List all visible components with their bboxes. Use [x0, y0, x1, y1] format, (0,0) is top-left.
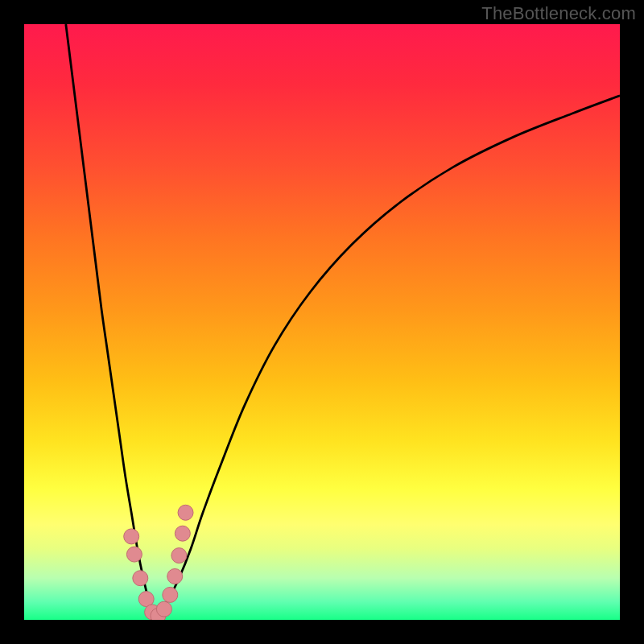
- bottleneck-markers: [124, 505, 193, 620]
- marker-dot: [163, 587, 178, 602]
- curve-right-branch: [155, 96, 620, 620]
- marker-dot: [178, 505, 193, 520]
- marker-dot: [133, 571, 148, 586]
- marker-dot: [126, 547, 142, 562]
- plot-area: [24, 24, 620, 620]
- curve-left-branch: [66, 24, 155, 620]
- marker-dot: [167, 568, 183, 584]
- chart-frame: TheBottleneck.com: [0, 0, 644, 644]
- watermark-text: TheBottleneck.com: [481, 3, 636, 24]
- marker-dot: [156, 601, 171, 617]
- marker-dot: [171, 548, 187, 564]
- marker-dot: [175, 526, 190, 541]
- curve-layer: [24, 24, 620, 620]
- marker-dot: [124, 529, 139, 544]
